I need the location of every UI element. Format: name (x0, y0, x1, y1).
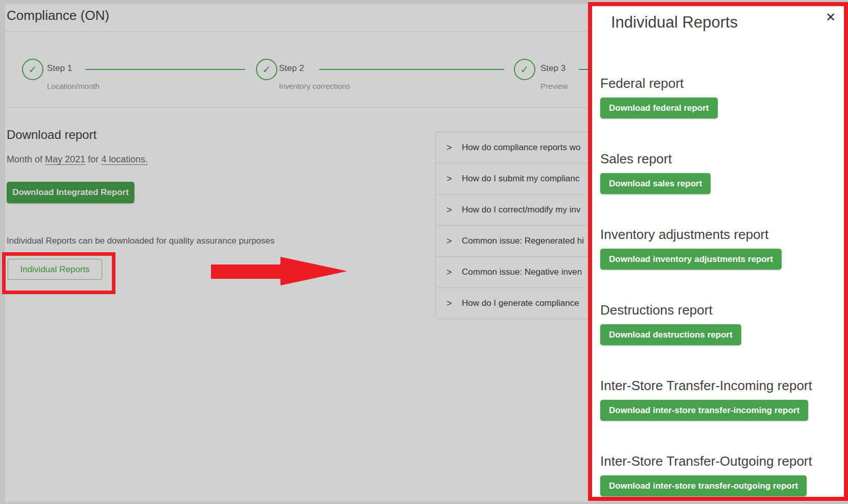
report-section-transfer-incoming: Inter-Store Transfer-Incoming report Dow… (600, 378, 844, 421)
report-section-destructions: Destructions report Download destruction… (600, 302, 844, 345)
panel-body: Federal report Download federal report S… (592, 76, 844, 496)
report-heading: Sales report (600, 151, 844, 166)
report-section-federal: Federal report Download federal report (600, 76, 844, 118)
compliance-screen: Compliance (ON) ✓ Step 1 Location/month … (0, 0, 848, 504)
report-heading: Destructions report (600, 302, 844, 318)
download-inventory-adjustments-report-button[interactable]: Download inventory adjustments report (600, 249, 782, 270)
close-icon[interactable]: ✕ (826, 11, 836, 23)
report-section-transfer-outgoing: Inter-Store Transfer-Outgoing report Dow… (600, 453, 844, 496)
panel-title: Individual Reports (611, 13, 844, 32)
report-heading: Inventory adjustments report (600, 227, 844, 242)
download-sales-report-button[interactable]: Download sales report (600, 173, 711, 194)
individual-reports-panel: ✕ Individual Reports Federal report Down… (588, 2, 848, 501)
report-heading: Inter-Store Transfer-Incoming report (600, 378, 844, 393)
annotation-highlight-box (2, 252, 115, 294)
annotation-arrow-right (211, 257, 347, 286)
report-heading: Federal report (600, 76, 844, 91)
download-transfer-outgoing-report-button[interactable]: Download inter-store transfer-outgoing r… (600, 475, 807, 496)
arrow-shaft (211, 265, 280, 279)
download-federal-report-button[interactable]: Download federal report (600, 98, 718, 118)
download-transfer-incoming-report-button[interactable]: Download inter-store transfer-incoming r… (600, 400, 808, 421)
report-section-sales: Sales report Download sales report (600, 151, 844, 194)
report-heading: Inter-Store Transfer-Outgoing report (600, 453, 844, 469)
download-destructions-report-button[interactable]: Download destructions report (600, 324, 741, 345)
report-section-inventory-adjustments: Inventory adjustments report Download in… (600, 227, 844, 270)
arrow-head (280, 257, 347, 285)
